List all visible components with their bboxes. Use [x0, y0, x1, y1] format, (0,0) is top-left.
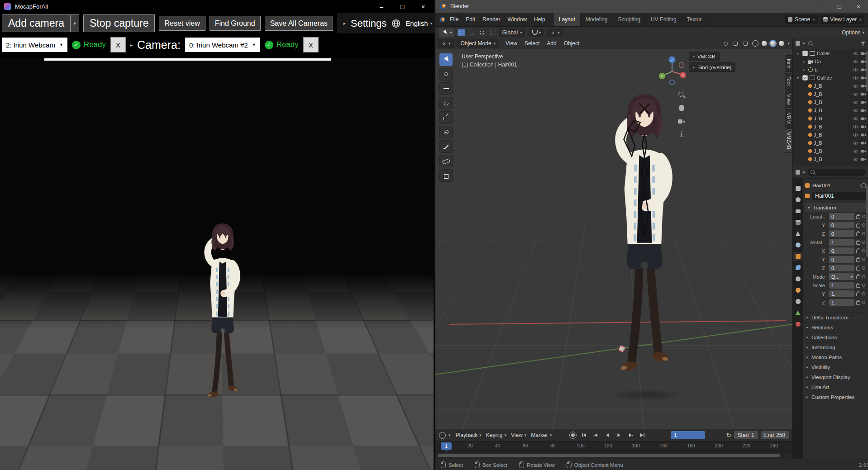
outliner-row[interactable]: J_B: [793, 90, 868, 98]
transform-value-field[interactable]: 1.: [829, 282, 854, 289]
mode-select[interactable]: Object Mode ▾: [458, 39, 499, 48]
shading-material-icon[interactable]: [770, 41, 776, 46]
transform-value-field[interactable]: 0.: [829, 247, 854, 254]
collapsed-section[interactable]: ▸ Relations: [805, 322, 866, 332]
camera-icon[interactable]: [860, 157, 866, 161]
workspace-tab[interactable]: Sculpting: [613, 13, 646, 26]
collapsed-section[interactable]: ▸ Line Art: [805, 382, 866, 392]
properties-tab[interactable]: [793, 286, 803, 294]
viewport-tool-button[interactable]: [439, 82, 453, 95]
sidebar-tab[interactable]: Item: [785, 55, 792, 72]
prev-keyframe-button[interactable]: [591, 431, 600, 439]
animate-decorator-icon[interactable]: [862, 215, 865, 218]
search-icon[interactable]: [808, 41, 813, 46]
next-keyframe-button[interactable]: [626, 431, 635, 439]
workspace-tab[interactable]: Textur: [682, 13, 707, 26]
eye-icon[interactable]: [853, 117, 858, 121]
eye-icon[interactable]: [853, 133, 858, 137]
viewport-tool-button[interactable]: [439, 111, 453, 124]
ortho-toggle-icon[interactable]: [677, 130, 686, 139]
viewport-menu-item[interactable]: Select: [521, 39, 543, 48]
chevron-down-icon[interactable]: ▾: [448, 433, 451, 437]
language-select[interactable]: English ▾: [405, 19, 432, 27]
properties-tab[interactable]: [793, 275, 803, 283]
transform-panel-header[interactable]: ▾ Transform: [805, 203, 866, 212]
minimize-button[interactable]: –: [811, 0, 830, 13]
eye-icon[interactable]: [853, 141, 858, 145]
viewport-tool-button[interactable]: [439, 140, 453, 153]
play-button[interactable]: [615, 431, 624, 439]
properties-tab[interactable]: [793, 297, 803, 306]
animate-decorator-icon[interactable]: [862, 284, 865, 287]
viewport-menu-item[interactable]: Object: [561, 39, 583, 48]
timeline-menu-item[interactable]: Marker▾: [529, 432, 554, 438]
lock-icon[interactable]: [856, 215, 860, 219]
camera-icon[interactable]: [860, 51, 866, 56]
shading-rendered-icon[interactable]: [779, 41, 784, 46]
properties-tab[interactable]: [793, 229, 803, 238]
eye-icon[interactable]: [853, 52, 858, 56]
playhead[interactable]: 1: [441, 442, 452, 450]
timeline-menu-item[interactable]: Keying▾: [484, 432, 509, 438]
stop-capture-button[interactable]: Stop capture: [83, 14, 155, 32]
camera-1-select[interactable]: 2: Iriun Webcam ▼: [2, 38, 67, 52]
timeline-menu-item[interactable]: Playback▾: [453, 432, 484, 438]
transform-value-field[interactable]: 1.: [829, 290, 854, 297]
sidebar-tab[interactable]: VMC4B: [785, 128, 792, 153]
minimize-button[interactable]: –: [371, 0, 392, 13]
transform-value-field[interactable]: 0: [829, 230, 854, 237]
chevron-down-icon[interactable]: ▾: [803, 41, 805, 46]
camera-icon[interactable]: [860, 116, 866, 121]
properties-tab[interactable]: [793, 207, 803, 215]
eye-icon[interactable]: [853, 92, 858, 96]
lock-icon[interactable]: [856, 258, 860, 262]
collapsed-section[interactable]: ▸ Visibility: [805, 362, 866, 372]
viewport-tool-button[interactable]: [439, 126, 453, 138]
workspace-tab[interactable]: Modeling: [581, 13, 613, 26]
properties-tab[interactable]: [793, 241, 803, 249]
outliner-row[interactable]: J_B: [793, 139, 868, 147]
sync-icon[interactable]: ↻: [726, 432, 731, 439]
add-camera-dropdown[interactable]: ▾: [71, 14, 79, 32]
eye-icon[interactable]: [853, 76, 858, 80]
chevron-down-icon[interactable]: ▾: [803, 170, 805, 175]
animate-decorator-icon[interactable]: [862, 223, 865, 227]
properties-editor-icon[interactable]: [796, 170, 800, 175]
editor-type-select[interactable]: ▾: [438, 39, 454, 48]
select-mode-circle[interactable]: [478, 29, 486, 36]
blender-menu-logo-icon[interactable]: [439, 16, 446, 23]
frame-end-field[interactable]: End 250: [761, 431, 789, 439]
expand-arrow-icon[interactable]: ▾: [797, 52, 801, 56]
camera-expander-icon[interactable]: ▸: [130, 43, 133, 47]
camera-icon[interactable]: [860, 92, 866, 96]
animate-decorator-icon[interactable]: [862, 241, 865, 244]
filter-icon[interactable]: [860, 41, 866, 46]
menu-item[interactable]: Edit: [462, 14, 479, 24]
outliner-row[interactable]: J_B: [793, 155, 868, 163]
lock-icon[interactable]: [856, 241, 860, 245]
outliner-editor-icon[interactable]: [796, 41, 800, 46]
camera-2-select[interactable]: 0: Iriun Webcam #2 ▼: [185, 38, 260, 52]
snapping-select[interactable]: ▾: [529, 28, 544, 37]
viewport-tool-button[interactable]: [439, 53, 453, 66]
animate-decorator-icon[interactable]: [862, 292, 865, 295]
collapsed-section[interactable]: ▸ Motion Paths: [805, 352, 866, 362]
zoom-icon[interactable]: [677, 90, 686, 100]
transform-orientation-select[interactable]: Global ▾: [499, 28, 525, 37]
settings-expander-icon[interactable]: ▸: [343, 21, 346, 26]
lock-icon[interactable]: [856, 301, 860, 305]
camera-icon[interactable]: [860, 108, 866, 113]
camera-2-remove-button[interactable]: X: [303, 37, 319, 52]
viewport-tool-button[interactable]: [439, 68, 453, 81]
show-overlays-icon[interactable]: [732, 40, 739, 47]
workspace-tab[interactable]: Layout: [554, 13, 581, 26]
lock-icon[interactable]: [856, 267, 860, 271]
transform-value-field[interactable]: 0.: [829, 265, 854, 271]
properties-tab[interactable]: [793, 218, 803, 227]
settings-button[interactable]: Settings: [351, 18, 387, 29]
add-camera-button[interactable]: Add camera: [2, 14, 71, 32]
viewport-tool-button[interactable]: [439, 155, 453, 167]
scrollbar-thumb[interactable]: [438, 454, 780, 457]
show-gizmo-icon[interactable]: [722, 40, 729, 47]
options-dropdown[interactable]: Options ▾: [842, 29, 864, 36]
